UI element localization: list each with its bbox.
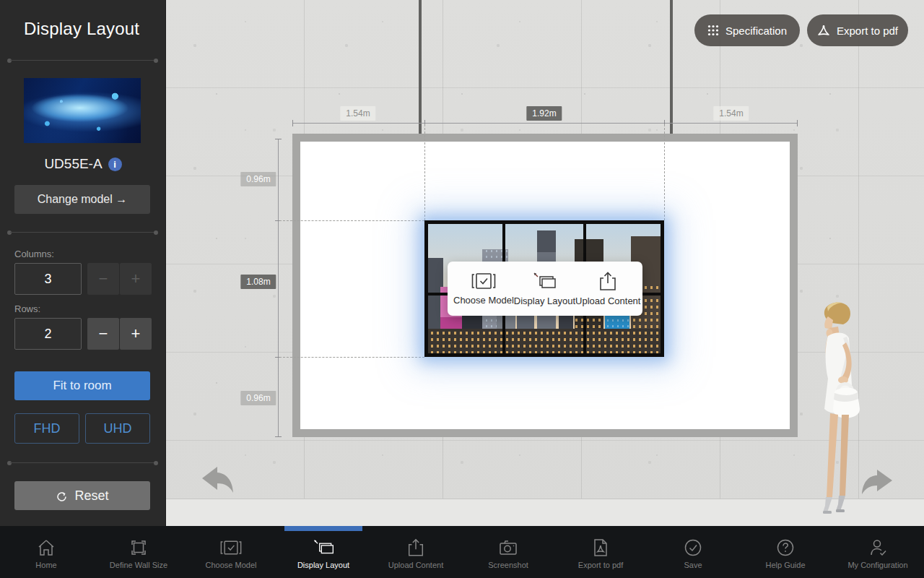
nav-item-choose-model[interactable]: Choose Model — [185, 526, 277, 578]
model-name: UD55E-A — [44, 156, 102, 171]
nav-item-define-wall-size[interactable]: Define Wall Size — [92, 526, 185, 578]
reset-label: Reset — [74, 488, 108, 503]
nav-label: Save — [684, 561, 702, 569]
rows-decrement-button[interactable]: − — [87, 318, 119, 350]
measurement-badge: 1.08m — [240, 275, 276, 289]
reset-button[interactable]: Reset — [14, 481, 150, 510]
nav-item-home[interactable]: Home — [0, 526, 92, 578]
bottom-navigation: Home Define Wall Size Choose Model Displ… — [0, 526, 924, 578]
user-check-icon — [868, 538, 887, 557]
person-figure — [806, 301, 863, 517]
next-step-arrow[interactable] — [860, 468, 895, 500]
fhd-button[interactable]: FHD — [14, 413, 79, 444]
measurement-badge: 1.54m — [713, 106, 749, 121]
columns-input[interactable]: 3 — [14, 263, 82, 295]
wall-seam — [670, 0, 673, 134]
pdf-icon — [591, 538, 610, 557]
measurement-badge: 0.96m — [240, 172, 276, 186]
export-pdf-label: Export to pdf — [837, 25, 898, 37]
info-icon[interactable]: i — [108, 158, 122, 171]
nav-item-my-configuration[interactable]: My Configuration — [832, 526, 924, 578]
model-name-row: UD55E-Ai — [0, 156, 166, 172]
rows-increment-button[interactable]: + — [120, 318, 152, 350]
measurement-badge: 1.92m — [526, 106, 562, 121]
columns-increment-button[interactable]: + — [120, 263, 152, 295]
columns-label: Columns: — [14, 249, 54, 259]
pdf-icon — [817, 25, 830, 37]
model-preview-image — [24, 78, 141, 143]
nav-label: Help Guide — [765, 561, 805, 569]
nav-label: Display Layout — [297, 561, 349, 569]
specification-button[interactable]: Specification — [694, 14, 800, 46]
dimension-line-top — [292, 123, 798, 124]
rows-label: Rows: — [14, 303, 40, 314]
guide-dashed-line — [279, 220, 424, 221]
columns-decrement-button[interactable]: − — [87, 263, 119, 295]
nav-item-upload-content[interactable]: Upload Content — [370, 526, 462, 578]
nav-label: My Configuration — [847, 561, 907, 569]
nav-label: Screenshot — [488, 561, 528, 569]
nav-item-save[interactable]: Save — [647, 526, 739, 578]
uhd-button[interactable]: UHD — [85, 413, 150, 444]
specification-label: Specification — [725, 25, 787, 37]
upload-content-icon — [406, 538, 425, 557]
export-pdf-button[interactable]: Export to pdf — [807, 14, 908, 46]
display-context-toolbar: Choose Model Display Layout Upload Conte… — [448, 262, 642, 316]
nav-item-export-to-pdf[interactable]: Export to pdf — [554, 526, 647, 578]
change-model-button[interactable]: Change model → — [14, 185, 150, 214]
divider — [7, 230, 158, 232]
toolbar-label: Choose Model — [453, 295, 514, 306]
previous-step-arrow[interactable] — [199, 464, 234, 499]
toolbar-choose-model[interactable]: Choose Model — [453, 272, 514, 306]
upload-content-icon — [598, 272, 618, 291]
camera-icon — [499, 538, 518, 557]
check-circle-icon — [684, 538, 702, 557]
sidebar: Display Layout UD55E-Ai Change model → C… — [0, 0, 166, 526]
question-circle-icon — [776, 538, 795, 557]
nav-item-help-guide[interactable]: Help Guide — [739, 526, 832, 578]
nav-label: Home — [35, 561, 56, 569]
wall-seam — [419, 0, 422, 134]
rows-input[interactable]: 2 — [14, 318, 82, 350]
nav-item-display-layout[interactable]: Display Layout — [277, 526, 370, 578]
room-canvas: 1.54m 1.92m 1.54m 0.96m 1.08m 0.96m — [166, 0, 924, 526]
dimension-line-left — [278, 139, 279, 437]
guide-dashed-line — [664, 124, 665, 220]
home-icon — [37, 538, 56, 557]
guide-dashed-line — [279, 357, 424, 358]
fit-to-room-button[interactable]: Fit to room — [14, 371, 150, 400]
divider — [7, 59, 158, 60]
grid-dots-icon — [707, 25, 719, 36]
nav-label: Export to pdf — [578, 561, 623, 569]
page-title: Display Layout — [24, 19, 139, 39]
measurement-badge: 1.54m — [340, 106, 375, 121]
nav-label: Choose Model — [206, 561, 257, 569]
define-wall-size-icon — [129, 538, 148, 557]
divider — [7, 461, 158, 462]
guide-dashed-line — [424, 124, 425, 220]
nav-label: Upload Content — [388, 561, 443, 569]
choose-model-icon — [220, 538, 242, 557]
display-layout-icon — [312, 538, 335, 557]
reset-icon — [56, 491, 68, 503]
toolbar-label: Upload Content — [575, 296, 640, 306]
toolbar-display-layout[interactable]: Display Layout — [514, 272, 575, 306]
nav-item-screenshot[interactable]: Screenshot — [462, 526, 554, 578]
measurement-badge: 0.96m — [240, 391, 276, 405]
nav-label: Define Wall Size — [110, 561, 167, 569]
choose-model-icon — [471, 272, 496, 290]
toolbar-label: Display Layout — [514, 296, 575, 306]
video-wall-configurator: Display Layout UD55E-Ai Change model → C… — [0, 0, 924, 578]
display-layout-icon — [531, 272, 557, 291]
toolbar-upload-content[interactable]: Upload Content — [575, 272, 640, 306]
